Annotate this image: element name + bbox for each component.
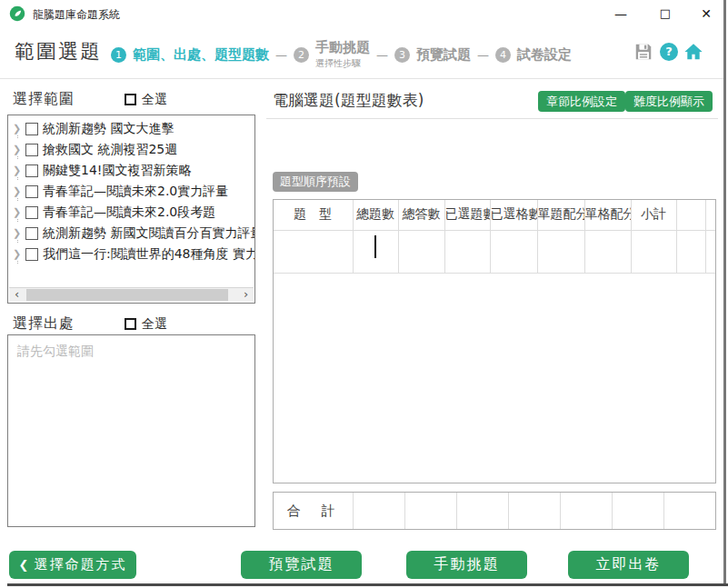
step-2-subtitle: 選擇性步驟 xyxy=(315,57,361,70)
range-item-checkbox[interactable] xyxy=(25,248,38,261)
scroll-left-icon[interactable]: ‹ xyxy=(9,288,25,302)
expand-chevron-icon[interactable]: ❯ xyxy=(13,118,25,139)
back-to-method-label: 選擇命題方式 xyxy=(34,556,126,573)
col-header-selected-questions: 已選題數 xyxy=(444,200,490,230)
range-item-checkbox[interactable] xyxy=(25,123,38,135)
cell-points-per-question[interactable] xyxy=(537,230,584,273)
step-3-circle: 3 xyxy=(394,47,410,63)
expand-chevron-icon[interactable]: ❯ xyxy=(13,160,25,181)
total-cell xyxy=(353,493,404,529)
source-select-all-checkbox[interactable] xyxy=(125,318,136,330)
range-item-checkbox[interactable] xyxy=(25,185,38,198)
expand-chevron-icon[interactable]: ❯ xyxy=(13,181,25,202)
total-cell xyxy=(663,493,715,529)
horizontal-scrollbar[interactable]: ‹ › xyxy=(9,287,254,302)
question-order-badge[interactable]: 題型順序預設 xyxy=(273,172,358,192)
range-item-label: 青春筆記—閱讀未來2.0段考題 xyxy=(43,204,215,221)
window-right-edge xyxy=(723,0,726,585)
col-header-empty xyxy=(705,200,715,230)
cell-subtotal[interactable] xyxy=(631,230,676,273)
range-item-checkbox[interactable] xyxy=(25,206,38,219)
range-item-label: 搶救國文 統測複習25週 xyxy=(43,142,177,158)
col-header-selected-cells: 已選格數 xyxy=(490,200,537,230)
difficulty-ratio-button[interactable]: 難度比例顯示 xyxy=(625,91,713,112)
minimize-button[interactable]: — xyxy=(611,5,631,22)
source-select-all-label: 全選 xyxy=(142,316,167,333)
expand-chevron-icon[interactable]: ❯ xyxy=(13,223,25,244)
table-header-row: 題 型 總題數 總答數 已選題數 已選格數 單題配分 單格配分 小計 xyxy=(274,200,715,230)
cell-empty xyxy=(705,230,715,273)
cell-selected-cells[interactable] xyxy=(490,230,537,273)
range-panel-title: 選擇範圍 xyxy=(13,90,75,109)
cell-points-per-cell[interactable] xyxy=(584,230,631,273)
step-4-label: 試卷設定 xyxy=(517,46,572,64)
total-cell xyxy=(456,493,508,529)
range-tree-item[interactable]: ❯ 我們這一行:閱讀世界的48種角度 實力評 xyxy=(8,244,254,264)
step-separator: — xyxy=(477,48,489,62)
total-cell xyxy=(404,493,456,529)
range-tree-item[interactable]: ❯ 搶救國文 統測複習25週 xyxy=(8,139,254,160)
scroll-right-icon[interactable]: › xyxy=(238,288,254,302)
range-item-checkbox[interactable] xyxy=(25,144,38,156)
page-title: 範圍選題 xyxy=(15,38,102,65)
step-separator: — xyxy=(275,48,287,62)
back-to-method-button[interactable]: ❮ 選擇命題方式 xyxy=(9,551,136,579)
generate-exam-button[interactable]: 立即出卷 xyxy=(568,551,689,579)
col-header-points-per-question: 單題配分 xyxy=(537,200,584,230)
table-data-row xyxy=(274,230,715,273)
step-1-label: 範圍、出處、題型題數 xyxy=(133,46,269,64)
range-item-label: 我們這一行:閱讀世界的48種角度 實力評 xyxy=(43,246,254,263)
range-tree-item[interactable]: ❯ 統測新趨勢 國文大進擊 xyxy=(8,118,254,139)
window-title: 龍騰題庫命題系統 xyxy=(33,7,120,23)
total-cell xyxy=(612,493,663,529)
range-tree-item[interactable]: ❯ 青春筆記—閱讀未來2.0實力評量 xyxy=(8,181,254,202)
app-logo-icon xyxy=(9,5,25,22)
step-1-circle: 1 xyxy=(111,47,126,63)
back-chevron-icon: ❮ xyxy=(19,558,29,572)
col-header-total-answers: 總答數 xyxy=(398,200,444,230)
header-divider xyxy=(0,78,723,79)
range-select-all-checkbox[interactable] xyxy=(125,94,136,105)
main-panel-divider xyxy=(266,118,718,119)
cell-total-answers[interactable] xyxy=(398,230,444,273)
step-3-label: 預覽試題 xyxy=(416,46,471,64)
source-panel-title: 選擇出處 xyxy=(13,314,75,334)
step-separator: — xyxy=(376,48,388,62)
cell-type[interactable] xyxy=(274,230,353,273)
step-4-circle: 4 xyxy=(495,47,511,63)
col-header-subtotal: 小計 xyxy=(631,200,676,230)
close-button[interactable]: ✕ xyxy=(696,5,716,22)
range-tree-item[interactable]: ❯ 統測新趨勢 新國文閱讀百分百實力評量 xyxy=(8,223,254,244)
range-tree: ❯ 統測新趨勢 國文大進擊 ❯ 搶救國文 統測複習25週 ❯ 關鍵雙14!國文複… xyxy=(7,115,255,304)
cell-selected-questions[interactable] xyxy=(444,230,490,273)
maximize-button[interactable]: □ xyxy=(655,5,675,22)
total-cell xyxy=(508,493,560,529)
text-cursor xyxy=(374,235,376,258)
question-type-table: 題 型 總題數 總答數 已選題數 已選格數 單題配分 單格配分 小計 xyxy=(273,199,716,483)
step-indicator: 1 範圍、出處、題型題數 — 2 手動挑題 選擇性步驟 — 3 預覽試題 — 4… xyxy=(111,36,572,73)
range-item-checkbox[interactable] xyxy=(25,164,38,177)
range-item-checkbox[interactable] xyxy=(25,227,38,240)
save-icon[interactable] xyxy=(633,42,653,62)
range-item-label: 統測新趨勢 新國文閱讀百分百實力評量 xyxy=(43,225,254,242)
total-cell xyxy=(560,493,612,529)
range-tree-item[interactable]: ❯ 青春筆記—閱讀未來2.0段考題 xyxy=(8,202,254,223)
total-row-table: 合 計 xyxy=(273,492,716,530)
source-list: 請先勾選範圍 xyxy=(7,334,255,527)
range-select-all-label: 全選 xyxy=(142,92,167,108)
preview-questions-button[interactable]: 預覽試題 xyxy=(241,551,362,579)
scrollbar-thumb[interactable] xyxy=(26,289,228,301)
range-item-label: 關鍵雙14!國文複習新策略 xyxy=(43,163,191,179)
window-bottom-edge xyxy=(7,583,728,586)
help-icon[interactable]: ? xyxy=(660,43,678,61)
expand-chevron-icon[interactable]: ❯ xyxy=(13,244,25,264)
total-label: 合 計 xyxy=(274,493,353,529)
col-header-type: 題 型 xyxy=(274,200,353,230)
source-placeholder: 請先勾選範圍 xyxy=(17,344,94,360)
expand-chevron-icon[interactable]: ❯ xyxy=(13,139,25,160)
home-icon[interactable] xyxy=(683,42,703,62)
manual-pick-button[interactable]: 手動挑題 xyxy=(406,551,527,579)
expand-chevron-icon[interactable]: ❯ xyxy=(13,202,25,223)
chapter-ratio-button[interactable]: 章節比例設定 xyxy=(538,91,625,112)
range-tree-item[interactable]: ❯ 關鍵雙14!國文複習新策略 xyxy=(8,160,254,181)
